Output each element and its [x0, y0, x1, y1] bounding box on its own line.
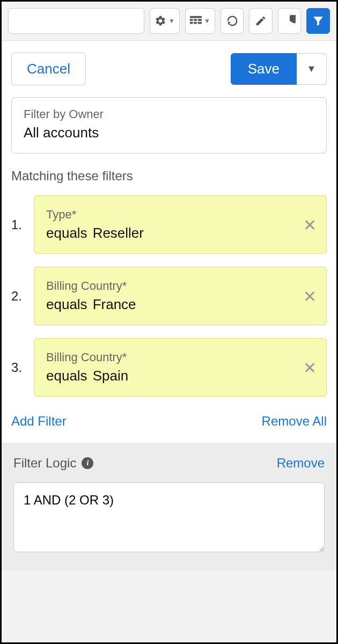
filter-card[interactable]: Billing Country* equalsFrance ✕: [34, 267, 327, 325]
edit-button[interactable]: [249, 8, 273, 34]
filter-field-label: Type*: [46, 208, 314, 222]
remove-logic-link[interactable]: Remove: [277, 456, 325, 471]
save-dropdown-button[interactable]: ▼: [297, 53, 327, 85]
filter-criteria: equalsReseller: [46, 225, 314, 241]
filter-logic-input[interactable]: [13, 482, 325, 552]
filter-row: 2. Billing Country* equalsFrance ✕: [11, 267, 327, 325]
save-button-group: Save ▼: [231, 53, 327, 85]
search-input[interactable]: [8, 8, 144, 34]
filter-row: 3. Billing Country* equalsSpain ✕: [11, 338, 327, 397]
filter-number: 1.: [11, 217, 26, 232]
matching-filters-label: Matching these filters: [11, 169, 327, 184]
add-filter-link[interactable]: Add Filter: [11, 414, 67, 429]
refresh-icon: [226, 15, 238, 27]
owner-filter-label: Filter by Owner: [24, 107, 314, 121]
pencil-icon: [255, 15, 267, 27]
filter-number: 2.: [11, 289, 26, 304]
svg-rect-6: [198, 22, 202, 24]
svg-rect-1: [190, 19, 193, 21]
cancel-button[interactable]: Cancel: [11, 53, 86, 85]
gear-icon: [155, 15, 166, 27]
filter-row: 1. Type* equalsReseller ✕: [11, 195, 327, 254]
svg-rect-4: [190, 22, 193, 24]
owner-filter-value: All accounts: [24, 125, 314, 141]
remove-filter-icon[interactable]: ✕: [303, 287, 317, 305]
filter-field-label: Billing Country*: [46, 350, 314, 364]
info-icon[interactable]: i: [82, 457, 93, 469]
settings-button[interactable]: ▼: [150, 8, 180, 34]
svg-rect-5: [194, 22, 197, 24]
remove-filter-icon[interactable]: ✕: [303, 215, 317, 234]
save-button[interactable]: Save: [231, 53, 297, 85]
filter-button[interactable]: [306, 8, 330, 34]
owner-filter-box[interactable]: Filter by Owner All accounts: [11, 97, 327, 153]
pie-chart-icon: [284, 15, 296, 27]
refresh-button[interactable]: [221, 8, 244, 34]
svg-rect-0: [190, 16, 202, 18]
filter-field-label: Billing Country*: [46, 279, 314, 293]
remove-filter-icon[interactable]: ✕: [303, 358, 317, 377]
chart-button[interactable]: [278, 8, 302, 34]
filter-number: 3.: [11, 360, 26, 375]
svg-rect-3: [198, 19, 202, 21]
action-bar: Cancel Save ▼: [2, 41, 336, 97]
filter-criteria: equalsSpain: [46, 368, 314, 384]
columns-button[interactable]: ▼: [185, 8, 215, 34]
caret-down-icon: ▼: [168, 17, 175, 25]
table-icon: [190, 16, 202, 26]
filter-logic-title: Filter Logic i: [13, 456, 93, 471]
filter-criteria: equalsFrance: [46, 296, 314, 313]
filter-logic-section: Filter Logic i Remove: [2, 443, 336, 570]
filter-card[interactable]: Type* equalsReseller ✕: [34, 195, 327, 254]
filter-actions-row: Add Filter Remove All: [11, 409, 327, 443]
top-toolbar: ▼ ▼: [2, 2, 336, 41]
caret-down-icon: ▼: [307, 63, 317, 75]
svg-rect-2: [194, 19, 197, 21]
caret-down-icon: ▼: [204, 17, 210, 25]
remove-all-link[interactable]: Remove All: [262, 414, 327, 429]
filter-card[interactable]: Billing Country* equalsSpain ✕: [34, 338, 327, 397]
funnel-icon: [312, 14, 325, 27]
